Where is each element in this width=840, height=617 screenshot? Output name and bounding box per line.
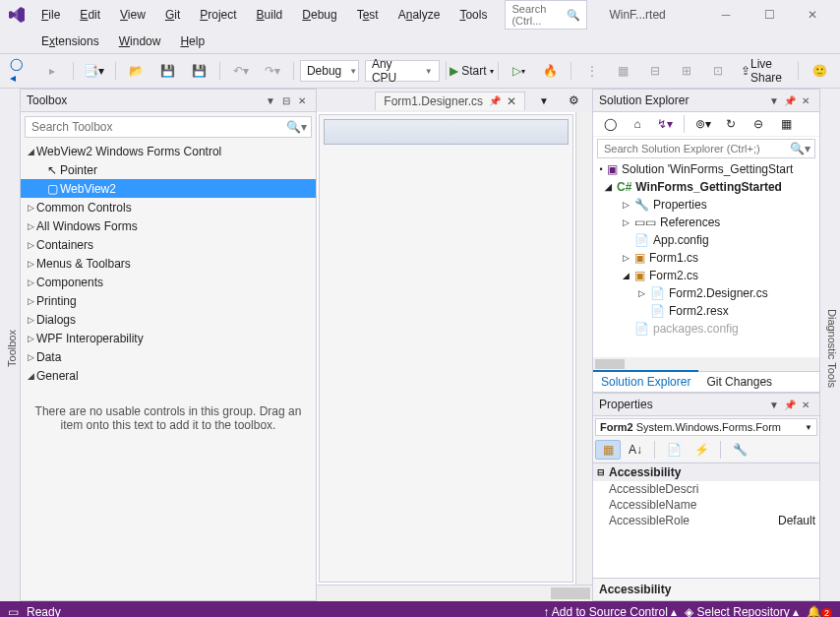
menu-window[interactable]: Window xyxy=(111,32,169,50)
designer-surface[interactable] xyxy=(319,114,573,583)
nav-forward-button[interactable]: ▸ xyxy=(37,59,67,83)
toolbox-item-webview2[interactable]: ▢WebView2 xyxy=(21,179,316,198)
status-notifications[interactable]: 🔔2 xyxy=(807,605,832,617)
live-share-button[interactable]: ⇪ Live Share xyxy=(737,59,792,83)
toolbox-cat[interactable]: ▷Printing xyxy=(21,291,316,310)
menu-view[interactable]: View xyxy=(112,6,153,24)
menu-build[interactable]: Build xyxy=(249,6,291,24)
designer-scrollbar-v[interactable] xyxy=(575,112,592,585)
side-tab-diagnostic-tools[interactable]: Diagnostic Tools xyxy=(824,305,840,392)
toolbox-cat[interactable]: ▷All Windows Forms xyxy=(21,216,316,235)
more-button-2[interactable]: ▦ xyxy=(609,59,638,83)
status-add-source-control[interactable]: ↑ Add to Source Control ▴ xyxy=(543,605,677,617)
toolbox-group-webview2[interactable]: ◢WebView2 Windows Forms Control xyxy=(21,142,316,160)
prop-row[interactable]: AccessibleName xyxy=(593,497,819,513)
new-project-button[interactable]: 📑▾ xyxy=(80,59,109,83)
file-form2-designer[interactable]: ▷📄Form2.Designer.cs xyxy=(593,284,819,302)
toolbox-cat[interactable]: ▷Components xyxy=(21,273,316,291)
redo-button[interactable]: ↷▾ xyxy=(258,59,287,83)
file-form2[interactable]: ◢▣Form2.cs xyxy=(593,267,819,284)
sol-refresh-button[interactable]: ↻ xyxy=(718,114,744,134)
hot-reload-button[interactable]: 🔥 xyxy=(535,59,565,83)
menu-test[interactable]: Test xyxy=(349,6,387,24)
pin-icon[interactable]: 📌 xyxy=(782,400,798,410)
save-button[interactable]: 💾 xyxy=(152,59,182,83)
minimize-button[interactable]: ─ xyxy=(706,2,746,28)
doc-tab-form1-designer[interactable]: Form1.Designer.cs 📌 ✕ xyxy=(375,92,525,110)
prop-alpha-button[interactable]: A↓ xyxy=(623,440,648,460)
prop-events-button[interactable]: ⚡ xyxy=(689,440,714,460)
start-noattach-button[interactable]: ▷▾ xyxy=(504,59,533,83)
nav-back-button[interactable]: ◯ ◂ xyxy=(6,59,35,83)
menu-tools[interactable]: Tools xyxy=(451,6,495,24)
file-form2-resx[interactable]: 📄Form2.resx xyxy=(593,302,819,320)
feedback-button[interactable]: 🙂 xyxy=(805,59,834,83)
sol-sync-button[interactable]: ⊚▾ xyxy=(690,114,716,134)
sol-switch-button[interactable]: ↯▾ xyxy=(652,114,678,134)
file-appconfig[interactable]: 📄App.config xyxy=(593,231,819,249)
open-button[interactable]: 📂 xyxy=(121,59,150,83)
more-button-3[interactable]: ⊟ xyxy=(640,59,670,83)
doc-dropdown-button[interactable]: ▼ xyxy=(529,89,559,112)
solution-node[interactable]: •▣Solution 'WinForms_GettingStart xyxy=(593,160,819,178)
project-references[interactable]: ▷▭▭References xyxy=(593,214,819,231)
prop-wrench-button[interactable]: 🔧 xyxy=(727,440,752,460)
solution-search[interactable]: 🔍▾ xyxy=(597,139,815,158)
sol-back-button[interactable]: ◯ xyxy=(597,114,623,134)
tab-solution-explorer[interactable]: Solution Explorer xyxy=(593,370,698,392)
panel-menu-icon[interactable]: ▼ xyxy=(263,95,278,106)
properties-object-combo[interactable]: Form2 System.Windows.Forms.Form ▼ xyxy=(595,418,817,436)
panel-menu-icon[interactable]: ▼ xyxy=(766,95,782,106)
tab-git-changes[interactable]: Git Changes xyxy=(698,372,780,392)
menu-file[interactable]: File xyxy=(33,6,68,24)
toolbox-cat[interactable]: ▷Data xyxy=(21,347,316,366)
panel-close-icon[interactable]: ✕ xyxy=(798,95,813,106)
toolbox-cat[interactable]: ▷Containers xyxy=(21,235,316,254)
prop-row[interactable]: AccessibleDescri xyxy=(593,481,819,497)
prop-categorized-button[interactable]: ▦ xyxy=(595,440,621,460)
menu-analyze[interactable]: Analyze xyxy=(390,6,449,24)
sol-collapse-button[interactable]: ⊖ xyxy=(746,114,771,134)
pin-icon[interactable]: ⊟ xyxy=(278,95,294,106)
panel-close-icon[interactable]: ✕ xyxy=(294,95,310,106)
pin-icon[interactable]: 📌 xyxy=(782,95,798,106)
more-button-1[interactable]: ⋮ xyxy=(577,59,607,83)
toolbox-cat[interactable]: ▷WPF Interoperability xyxy=(21,329,316,347)
designer-scrollbar-h[interactable] xyxy=(551,587,590,599)
file-packages[interactable]: 📄packages.config xyxy=(593,320,819,338)
more-button-4[interactable]: ⊞ xyxy=(672,59,701,83)
solution-search-input[interactable] xyxy=(602,142,790,155)
menu-extensions[interactable]: Extensions xyxy=(33,32,107,50)
prop-pages-button[interactable]: 📄 xyxy=(661,440,687,460)
sol-showall-button[interactable]: ▦ xyxy=(773,114,799,134)
panel-menu-icon[interactable]: ▼ xyxy=(766,400,782,410)
toolbox-cat[interactable]: ▷Common Controls xyxy=(21,198,316,216)
project-node[interactable]: ◢C#WinForms_GettingStarted xyxy=(593,178,819,196)
platform-combo[interactable]: Any CPU▼ xyxy=(365,60,440,82)
toolbox-cat[interactable]: ▷Dialogs xyxy=(21,310,316,329)
toolbox-search-input[interactable] xyxy=(30,119,286,135)
toolbox-cat[interactable]: ▷Menus & Toolbars xyxy=(21,254,316,273)
panel-close-icon[interactable]: ✕ xyxy=(798,400,813,410)
save-all-button[interactable]: 💾 xyxy=(184,59,213,83)
config-combo[interactable]: Debug▼ xyxy=(300,60,359,82)
undo-button[interactable]: ↶▾ xyxy=(226,59,256,83)
prop-row[interactable]: AccessibleRoleDefault xyxy=(593,513,819,528)
project-properties[interactable]: ▷🔧Properties xyxy=(593,196,819,214)
sol-home-button[interactable]: ⌂ xyxy=(625,114,650,134)
file-form1[interactable]: ▷▣Form1.cs xyxy=(593,249,819,267)
pin-icon[interactable]: 📌 xyxy=(489,95,501,106)
solution-scrollbar-h[interactable] xyxy=(595,359,625,369)
menu-edit[interactable]: Edit xyxy=(72,6,108,24)
status-select-repo[interactable]: ◈ Select Repository ▴ xyxy=(685,605,799,617)
title-search[interactable]: Search (Ctrl... 🔍 xyxy=(505,0,587,30)
toolbox-search[interactable]: 🔍▾ xyxy=(25,116,312,138)
prop-category-accessibility[interactable]: ⊟Accessibility xyxy=(593,463,819,481)
tab-close-icon[interactable]: ✕ xyxy=(507,94,516,108)
maximize-button[interactable]: ☐ xyxy=(750,2,789,28)
toolbox-cat-general[interactable]: ◢General xyxy=(21,366,316,385)
side-tab-toolbox[interactable]: Toolbox xyxy=(4,326,20,371)
menu-debug[interactable]: Debug xyxy=(294,6,344,24)
menu-git[interactable]: Git xyxy=(157,6,188,24)
toolbox-item-pointer[interactable]: ↖Pointer xyxy=(21,160,316,179)
